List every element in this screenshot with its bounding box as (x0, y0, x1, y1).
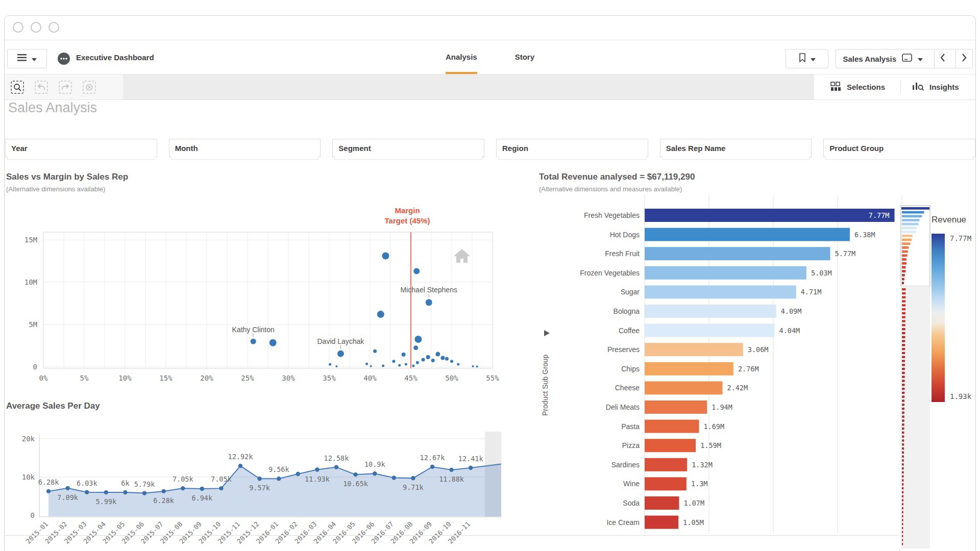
bar-chart[interactable]: Fresh Vegetables7.77MHot Dogs6.38MFresh … (531, 168, 980, 551)
scatter-point[interactable] (398, 364, 401, 367)
svg-text:Sugar[interactable]: Sugar (621, 288, 640, 296)
dimension-drill-icon[interactable] (544, 330, 550, 336)
scatter-point[interactable] (416, 361, 419, 364)
selection-redo-icon[interactable] (59, 81, 72, 94)
line-point[interactable] (200, 487, 204, 491)
selection-undo-icon[interactable] (35, 81, 48, 94)
scatter-point[interactable] (445, 357, 449, 361)
scatter-point[interactable] (413, 268, 420, 274)
bar[interactable] (645, 285, 796, 298)
line-point[interactable] (469, 466, 473, 470)
previous-sheet-button[interactable] (934, 49, 951, 68)
filter-month[interactable]: Month (169, 139, 321, 157)
svg-text:Wine[interactable]: Wine (623, 480, 640, 488)
filter-region[interactable]: Region (496, 139, 648, 157)
scatter-point[interactable] (413, 345, 418, 350)
chart-navigator[interactable] (901, 206, 930, 286)
window-control-icon[interactable] (48, 22, 59, 33)
bar[interactable] (645, 381, 722, 394)
line-point[interactable] (161, 489, 165, 493)
line-point[interactable] (411, 476, 415, 480)
line-point[interactable] (104, 490, 108, 494)
svg-text:Frozen Vegetables[interactable]: Frozen Vegetables (580, 269, 640, 277)
scatter-point[interactable] (426, 299, 432, 306)
svg-text:Fresh Fruit[interactable]: Fresh Fruit (605, 249, 640, 258)
bar[interactable] (645, 247, 830, 260)
scatter-point[interactable] (270, 339, 277, 346)
svg-text:Deli Meats[interactable]: Deli Meats (606, 403, 640, 411)
filter-segment[interactable]: Segment (332, 139, 484, 157)
line-point[interactable] (353, 472, 357, 477)
svg-text:Soda[interactable]: Soda (623, 499, 640, 507)
svg-text:Pasta[interactable]: Pasta (621, 422, 640, 431)
line-point[interactable] (296, 472, 300, 476)
line-point[interactable] (219, 486, 223, 490)
scatter-point[interactable] (370, 365, 372, 367)
svg-text:Sardines[interactable]: Sardines (611, 461, 640, 469)
bar[interactable] (645, 266, 806, 280)
bar[interactable] (645, 343, 743, 356)
bar[interactable] (645, 209, 895, 222)
scatter-point[interactable] (335, 365, 337, 367)
bar[interactable] (645, 439, 696, 452)
scatter-point[interactable] (435, 352, 440, 357)
line-point[interactable] (85, 490, 89, 494)
bar[interactable] (645, 228, 850, 241)
scatter-point[interactable] (337, 350, 344, 357)
tab-story[interactable]: Story (515, 40, 534, 74)
line-point[interactable] (142, 491, 146, 495)
bar[interactable] (645, 477, 687, 490)
svg-text:Coffee[interactable]: Coffee (619, 327, 640, 335)
bar[interactable] (645, 458, 687, 471)
scatter-point[interactable] (402, 353, 406, 357)
line-point[interactable] (277, 477, 281, 481)
line-point[interactable] (392, 475, 396, 480)
scatter-point[interactable] (422, 358, 425, 361)
scatter-point[interactable] (382, 365, 384, 367)
line-point[interactable] (430, 465, 434, 469)
scatter-point[interactable] (329, 363, 331, 366)
smart-search-icon[interactable] (11, 81, 24, 94)
scatter-point[interactable] (377, 311, 384, 318)
line-point[interactable] (334, 465, 338, 469)
line-point[interactable] (181, 486, 185, 490)
clear-selections-icon[interactable] (83, 81, 96, 94)
selections-button[interactable]: Selections (830, 82, 885, 93)
scatter-point[interactable] (414, 336, 422, 343)
bar[interactable] (645, 400, 707, 414)
bar[interactable] (645, 496, 679, 510)
scatter-point[interactable] (412, 365, 414, 367)
line-chart[interactable]: 010k20k6.28k2015-017.09k2015-026.03k2015… (0, 429, 513, 551)
scatter-point[interactable] (450, 360, 453, 363)
svg-text:Cheese[interactable]: Cheese (615, 384, 640, 392)
scatter-point[interactable] (440, 356, 445, 360)
scatter-point[interactable] (365, 363, 368, 365)
line-point[interactable] (46, 489, 51, 493)
line-point[interactable] (65, 486, 69, 490)
scatter-point[interactable] (476, 366, 478, 368)
scatter-chart[interactable]: MarginTarget (45%)0%5%10%15%20%25%30%35%… (0, 168, 510, 390)
line-point[interactable] (449, 468, 453, 472)
home-icon[interactable] (454, 249, 470, 263)
svg-text:Preserves[interactable]: Preserves (607, 345, 640, 354)
bar[interactable] (645, 324, 775, 337)
line-point[interactable] (238, 464, 242, 468)
next-sheet-button[interactable] (955, 49, 972, 68)
scatter-point[interactable] (472, 365, 474, 367)
scatter-point[interactable] (431, 359, 435, 362)
bookmark-button[interactable] (786, 49, 828, 68)
line-point[interactable] (373, 471, 377, 475)
insights-button[interactable]: Insights (912, 81, 959, 93)
scatter-point[interactable] (405, 363, 407, 366)
filter-product-group[interactable]: Product Group (823, 139, 975, 157)
scatter-point[interactable] (251, 339, 256, 344)
bar[interactable] (645, 362, 733, 375)
line-point[interactable] (257, 477, 261, 481)
line-point[interactable] (123, 490, 127, 494)
filter-sales-rep-name[interactable]: Sales Rep Name (660, 139, 812, 157)
bar[interactable] (645, 305, 776, 318)
svg-text:Pizza[interactable]: Pizza (622, 441, 640, 449)
sheet-selector[interactable]: Sales Analysis (836, 49, 929, 68)
svg-text:Chips[interactable]: Chips (621, 365, 640, 373)
window-control-icon[interactable] (31, 22, 41, 33)
